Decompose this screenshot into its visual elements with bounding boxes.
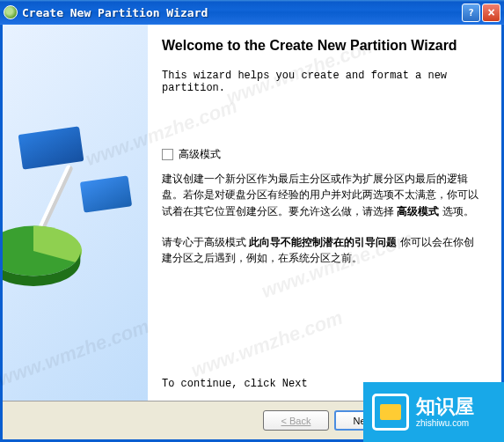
window-body: Welcome to the Create New Partition Wiza… xyxy=(0,25,504,442)
wizard-main-panel: Welcome to the Create New Partition Wiza… xyxy=(148,25,501,401)
brand-url: zhishiwu.com xyxy=(416,418,474,428)
titlebar: Create New Partition Wizard ? × xyxy=(0,0,504,25)
brand-badge: 知识屋 zhishiwu.com xyxy=(363,382,504,442)
intro-text: This wizard helps you create and format … xyxy=(162,70,482,94)
help-button[interactable]: ? xyxy=(462,4,480,22)
decorative-box-icon xyxy=(80,175,132,212)
brand-monitor-icon xyxy=(372,394,409,431)
close-button[interactable]: × xyxy=(482,4,500,22)
advanced-mode-checkbox[interactable] xyxy=(162,149,173,160)
page-title: Welcome to the Create New Partition Wiza… xyxy=(162,37,482,55)
continue-hint: To continue, click Next xyxy=(162,378,308,390)
window-title: Create New Partition Wizard xyxy=(22,6,462,19)
brand-name: 知识屋 xyxy=(416,396,474,417)
back-button[interactable]: < Back xyxy=(263,410,329,431)
pie-chart-icon xyxy=(3,216,91,286)
app-icon xyxy=(4,5,18,19)
advanced-mode-label: 高级模式 xyxy=(179,147,221,162)
advice-paragraph-1: 建议创建一个新分区作为最后主分区或作为扩展分区内最后的逻辑盘。若你是对硬盘分区有… xyxy=(162,171,482,220)
wizard-sidebar xyxy=(3,25,148,401)
decorative-box-icon xyxy=(18,126,84,169)
advice-paragraph-2: 请专心于高级模式 此向导不能控制潜在的引导问题 你可以会在你创建分区之后遇到，例… xyxy=(162,234,482,267)
